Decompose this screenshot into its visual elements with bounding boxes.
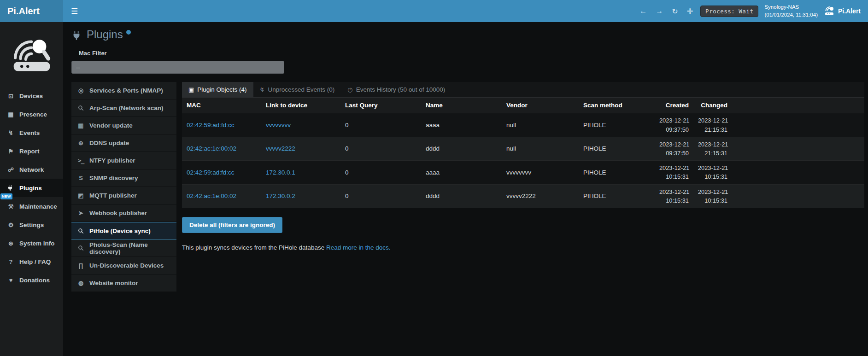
cell-changed: 2023-12-2110:15:31 [693, 184, 732, 208]
back-arrow-icon[interactable]: ← [638, 7, 648, 15]
cell-vendor: vvvvvvvv [502, 161, 579, 184]
docs-link[interactable]: Read more in the docs. [326, 244, 391, 251]
sidebar-item-label: Presence [19, 111, 47, 118]
cell-last-query: 0 [340, 184, 421, 208]
cell-last-query: 0 [340, 161, 421, 184]
tab-plugin-objects[interactable]: ▣ Plugin Objects (4) [182, 82, 253, 97]
sidebar-item-devices[interactable]: ⊡ Devices [0, 87, 63, 105]
devices-icon: ⊡ [7, 93, 15, 99]
navbar-right: ← → ↻ ✛ Process: Wait Synology-NAS (01/0… [638, 3, 868, 18]
plugin-nav-arp-scan[interactable]: Arp-Scan (Network scan) [71, 99, 176, 117]
mac-link[interactable]: 02:42:ac:1e:00:02 [187, 145, 236, 152]
tab-unprocessed-events[interactable]: ↯ Unprocessed Events (0) [253, 82, 341, 97]
cell-mac: 02:42:ac:1e:00:02 [182, 184, 261, 208]
plugin-nav-pholus-scan[interactable]: Pholus-Scan (Name discovery) [71, 239, 176, 257]
cell-link: 172.30.0.1 [261, 161, 340, 184]
sidebar-item-events[interactable]: ↯ Events [0, 123, 63, 142]
forward-arrow-icon[interactable]: → [654, 7, 664, 15]
title-info-badge[interactable] [126, 30, 131, 35]
device-link[interactable]: 172.30.0.2 [266, 193, 295, 199]
plugin-nav-website-monitor[interactable]: ◍ Website monitor [71, 274, 176, 292]
plugin-description: This plugin syncs devices from the PiHol… [182, 244, 864, 251]
cell-created: 2023-12-2110:15:31 [655, 161, 693, 184]
plugin-nav-webhook-publisher[interactable]: ➤ Webhook publisher [71, 204, 176, 222]
heart-icon: ♥ [7, 277, 15, 284]
plugin-nav-mqtt-publisher[interactable]: ◩ MQTT publisher [71, 187, 176, 204]
terminal-icon: >_ [77, 157, 85, 164]
cell-changed: 2023-12-2121:15:31 [693, 137, 732, 160]
app-logo[interactable]: Pi.Alert [0, 0, 63, 22]
brand-right[interactable]: Pi.Alert [824, 6, 861, 16]
col-created: Created [655, 98, 693, 113]
search-icon [77, 245, 85, 251]
mac-filter-input[interactable] [71, 61, 284, 74]
sidebar-item-report[interactable]: ⚑ Report [0, 142, 63, 160]
sidebar-item-label: Devices [19, 93, 43, 99]
mqtt-icon: ◩ [77, 192, 85, 199]
plugin-nav-ddns-update[interactable]: ⊕ DDNS update [71, 134, 176, 152]
lightning-icon: ↯ [260, 86, 265, 93]
plugin-nav-pihole-device-sync[interactable]: PiHole (Device sync) [71, 222, 176, 239]
mac-link[interactable]: 02:42:ac:1e:00:02 [187, 193, 236, 199]
host-info: Synology-NAS (01/01/2024, 11:31:04) [764, 3, 818, 18]
sidebar-toggle-icon[interactable]: ☰ [63, 6, 86, 16]
cell-name: dddd [421, 137, 502, 160]
col-filler [732, 98, 864, 113]
page-header: Plugins [71, 29, 864, 41]
flag-icon: ⚑ [7, 148, 15, 155]
sidebar-item-label: Settings [19, 222, 44, 228]
top-bar: Pi.Alert ☰ ← → ↻ ✛ Process: Wait Synolog… [0, 0, 868, 22]
process-status-badge: Process: Wait [700, 6, 758, 17]
device-link[interactable]: 172.30.0.1 [266, 169, 295, 176]
plugin-nav-ntfy-publisher[interactable]: >_ NTFY publisher [71, 152, 176, 169]
plugin-objects-table: MAC Link to device Last Query Name Vendo… [182, 98, 864, 208]
col-scan-method: Scan method [579, 98, 655, 113]
brand-right-label: Pi.Alert [838, 7, 861, 15]
cell-name: dddd [421, 184, 502, 208]
mac-filter-label: Mac Filter [71, 50, 864, 57]
sidebar-menu: ⊡ Devices ▦ Presence ↯ Events ⚑ Report ☍… [0, 87, 63, 289]
plugin-nav-undiscoverable-devices[interactable]: ∏ Un-Discoverable Devices [71, 257, 176, 274]
cell-vendor: null [502, 137, 579, 160]
sidebar-item-label: Events [19, 129, 40, 136]
sidebar-item-maintenance[interactable]: NEW ⚒ Maintenance [0, 197, 63, 216]
table-header-row: MAC Link to device Last Query Name Vendo… [182, 98, 864, 113]
sidebar-item-donations[interactable]: ♥ Donations [0, 271, 63, 289]
pialert-logo [0, 22, 63, 87]
cell-link: vvvvvvvv [261, 113, 340, 137]
cell-link: vvvvv2222 [261, 137, 340, 160]
table-row: 02:42:ac:1e:00:02 vvvvv2222 0 dddd null … [182, 137, 864, 160]
cell-vendor: vvvvv2222 [502, 184, 579, 208]
sidebar-item-network[interactable]: ☍ Network [0, 160, 63, 179]
pialert-logo-icon [824, 6, 835, 16]
mac-filter-block: Mac Filter [71, 50, 864, 74]
cell-mac: 02:42:59:ad:fd:cc [182, 113, 261, 137]
sidebar-item-system-info[interactable]: ⊛ System info [0, 234, 63, 252]
delete-all-button[interactable]: Delete all (filters are ignored) [182, 217, 282, 233]
cell-name: aaaa [421, 113, 502, 137]
top-navbar: ☰ ← → ↻ ✛ Process: Wait Synology-NAS (01… [63, 0, 868, 22]
host-timestamp: (01/01/2024, 11:31:04) [764, 11, 818, 19]
plugin-panel: ▣ Plugin Objects (4) ↯ Unprocessed Event… [182, 82, 864, 251]
sidebar-item-help-faq[interactable]: ? Help / FAQ [0, 252, 63, 271]
sidebar-item-settings[interactable]: ⚙ Settings [0, 216, 63, 234]
cell-changed: 2023-12-2110:15:31 [693, 161, 732, 184]
mac-link[interactable]: 02:42:59:ad:fd:cc [187, 122, 235, 128]
plugin-nav-snmp-discovery[interactable]: S SNMP discovery [71, 169, 176, 187]
plugin-nav-services-ports-nmap[interactable]: ◎ Services & Ports (NMAP) [71, 82, 176, 99]
device-link[interactable]: vvvvvvvv [266, 122, 291, 128]
move-arrows-icon[interactable]: ✛ [686, 7, 694, 16]
tab-events-history[interactable]: ◷ Events History (50 out of 10000) [341, 82, 452, 97]
host-name: Synology-NAS [764, 3, 818, 11]
mac-link[interactable]: 02:42:59:ad:fd:cc [187, 169, 235, 176]
wrench-icon: ⚒ [7, 203, 15, 210]
refresh-icon[interactable]: ↻ [670, 7, 679, 16]
plugin-nav-vendor-update[interactable]: ▥ Vendor update [71, 117, 176, 134]
sidebar-item-presence[interactable]: ▦ Presence [0, 105, 63, 123]
cell-link: 172.30.0.2 [261, 184, 340, 208]
question-icon: ? [7, 258, 15, 265]
col-vendor: Vendor [502, 98, 579, 113]
device-link[interactable]: vvvvv2222 [266, 145, 295, 152]
sidebar-item-label: Help / FAQ [19, 258, 51, 265]
send-icon: ➤ [77, 210, 85, 216]
